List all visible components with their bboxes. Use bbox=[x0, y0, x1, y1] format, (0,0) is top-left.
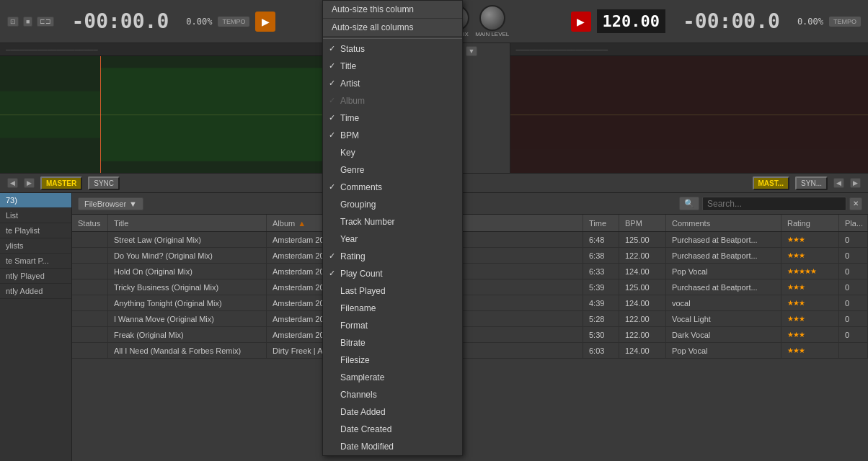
sidebar-item-smart[interactable]: te Smart P... bbox=[0, 254, 71, 269]
menu-item-last-played[interactable]: Last Played bbox=[323, 282, 462, 300]
cell-rating-3: ★★★ bbox=[781, 279, 839, 295]
menu-item-filesize[interactable]: Filesize bbox=[323, 352, 462, 369]
left-deck-icon[interactable]: ▶ bbox=[255, 12, 275, 32]
table-row[interactable]: Hold On (Original Mix) Amsterdam 2015 - … bbox=[72, 264, 868, 279]
table-body: Street Law (Original Mix) Amsterdam 2015… bbox=[72, 232, 868, 461]
cell-status-3 bbox=[72, 279, 108, 295]
left-waveform-time: ──────────────────── bbox=[6, 46, 98, 53]
right-tempo-label: TEMPO bbox=[833, 18, 856, 25]
record-btn[interactable]: ⊏⊐ bbox=[37, 17, 54, 27]
right-deck-icon[interactable]: ▶ bbox=[571, 12, 591, 32]
menu-item-date-modified[interactable]: Date Modified bbox=[323, 438, 462, 455]
col-title[interactable]: Title bbox=[108, 215, 267, 231]
left-prev-btn[interactable]: ◀ bbox=[7, 178, 18, 188]
table-row[interactable]: Freak (Original Mix) Amsterdam 2015 - Se… bbox=[72, 327, 868, 343]
menu-item-filename[interactable]: Filename bbox=[323, 300, 462, 317]
col-play[interactable]: Pla... bbox=[839, 215, 868, 231]
sidebar-item-playlists[interactable]: ylists bbox=[0, 238, 71, 254]
sidebar-item-73[interactable]: 73) bbox=[0, 193, 71, 208]
sync-btn[interactable]: SYNC bbox=[88, 176, 120, 190]
menu-item-auto-size-column[interactable]: Auto-size this column bbox=[323, 1, 462, 19]
cell-status-5 bbox=[72, 311, 108, 326]
main-level-knob[interactable] bbox=[479, 5, 505, 31]
right-prev-btn[interactable]: ◀ bbox=[833, 178, 844, 188]
col-comments[interactable]: Comments bbox=[666, 215, 781, 231]
col-album-sort-icon: ▲ bbox=[298, 219, 306, 228]
table-row[interactable]: Tricky Business (Original Mix) Amsterdam… bbox=[72, 279, 868, 295]
menu-item-genre[interactable]: Genre bbox=[323, 161, 462, 179]
right-tempo-btn[interactable]: TEMPO bbox=[829, 17, 861, 27]
left-next-btn[interactable]: ▶ bbox=[24, 178, 35, 188]
left-tempo-btn[interactable]: TEMPO bbox=[218, 17, 249, 27]
cell-comments-3: Purchased at Beatport... bbox=[666, 279, 781, 295]
context-menu: Auto-size this column Auto-size all colu… bbox=[322, 0, 463, 456]
cell-comments-6: Dark Vocal bbox=[666, 327, 781, 342]
right-next-btn[interactable]: ▶ bbox=[850, 178, 861, 188]
menu-item-channels[interactable]: Channels bbox=[323, 386, 462, 403]
sidebar-item-create-playlist[interactable]: te Playlist bbox=[0, 223, 71, 238]
menu-item-time[interactable]: Time bbox=[323, 109, 462, 127]
menu-item-track-number[interactable]: Track Number bbox=[323, 213, 462, 230]
menu-item-samplerate[interactable]: Samplerate bbox=[323, 369, 462, 386]
table-row[interactable]: Do You Mind? (Original Mix) Amsterdam 20… bbox=[72, 248, 868, 264]
menu-item-play-count[interactable]: Play Count bbox=[323, 265, 462, 282]
col-time[interactable]: Time bbox=[583, 215, 619, 231]
cell-rating-6: ★★★ bbox=[781, 327, 839, 342]
cell-rating-2: ★★★★★ bbox=[781, 264, 839, 279]
stop-btn[interactable]: ■ bbox=[23, 17, 32, 27]
master-btn[interactable]: MASTER bbox=[40, 176, 82, 190]
menu-item-format[interactable]: Format bbox=[323, 317, 462, 334]
right-waveform[interactable]: ──────────────────── bbox=[510, 43, 869, 173]
cell-time-2: 6:33 bbox=[583, 264, 619, 279]
cell-bpm-2: 124.00 bbox=[619, 264, 666, 279]
menu-item-title[interactable]: Title bbox=[323, 58, 462, 75]
search-bar[interactable] bbox=[702, 197, 846, 211]
menu-item-year[interactable]: Year bbox=[323, 230, 462, 248]
table-row[interactable]: I Wanna Move (Original Mix) Amsterdam 20… bbox=[72, 311, 868, 327]
menu-item-auto-size-all[interactable]: Auto-size all columns bbox=[323, 19, 462, 37]
cell-title-6: Freak (Original Mix) bbox=[108, 327, 267, 342]
sidebar-item-recently-played[interactable]: ntly Played bbox=[0, 269, 71, 284]
search-input[interactable] bbox=[707, 199, 841, 209]
left-waveform[interactable]: ──────────────────── bbox=[0, 43, 359, 173]
cell-time-7: 6:03 bbox=[583, 343, 619, 358]
file-browser-btn[interactable]: FileBrowser ▼ bbox=[78, 197, 143, 210]
right-sync-btn[interactable]: SYN... bbox=[795, 176, 828, 190]
cell-title-5: I Wanna Move (Original Mix) bbox=[108, 311, 267, 326]
table-row[interactable]: All I Need (Mandal & Forbes Remix) Dirty… bbox=[72, 343, 868, 359]
search-icon: 🔍 bbox=[684, 199, 694, 208]
left-waveform-main[interactable] bbox=[0, 56, 358, 173]
menu-item-status[interactable]: Status bbox=[323, 40, 462, 58]
expand-btn[interactable]: ⊡ bbox=[7, 17, 19, 27]
col-bpm[interactable]: BPM bbox=[619, 215, 666, 231]
col-rating[interactable]: Rating bbox=[781, 215, 839, 231]
sidebar-item-recently-added[interactable]: ntly Added bbox=[0, 284, 71, 299]
right-master-btn[interactable]: MAST... bbox=[753, 176, 790, 190]
left-tempo-label: TEMPO bbox=[222, 18, 245, 25]
cell-time-3: 5:39 bbox=[583, 279, 619, 295]
cell-rating-4: ★★★ bbox=[781, 295, 839, 310]
menu-item-grouping[interactable]: Grouping bbox=[323, 196, 462, 213]
cell-title-3: Tricky Business (Original Mix) bbox=[108, 279, 267, 295]
sidebar-item-list[interactable]: List bbox=[0, 208, 71, 223]
menu-item-comments[interactable]: Comments bbox=[323, 179, 462, 196]
col-status[interactable]: Status bbox=[72, 215, 108, 231]
close-search-btn[interactable]: ✕ bbox=[849, 197, 862, 210]
search-btn[interactable]: 🔍 bbox=[679, 197, 699, 210]
menu-item-bpm[interactable]: BPM bbox=[323, 127, 462, 144]
menu-item-date-added[interactable]: Date Added bbox=[323, 403, 462, 421]
menu-item-key[interactable]: Key bbox=[323, 144, 462, 161]
cell-bpm-7: 124.00 bbox=[619, 343, 666, 358]
menu-item-bitrate[interactable]: Bitrate bbox=[323, 334, 462, 352]
right-percent: 0.00% bbox=[797, 17, 823, 27]
menu-item-rating[interactable]: Rating bbox=[323, 248, 462, 265]
right-waveform-main[interactable] bbox=[510, 56, 869, 173]
loop-dropdown[interactable]: ▼ bbox=[466, 46, 478, 56]
menu-item-artist[interactable]: Artist bbox=[323, 75, 462, 92]
table-row[interactable]: Street Law (Original Mix) Amsterdam 2015… bbox=[72, 232, 868, 248]
cell-play-5: 0 bbox=[839, 311, 868, 326]
menu-item-album[interactable]: ✓ Album bbox=[323, 92, 462, 109]
menu-separator-1 bbox=[323, 38, 462, 39]
table-row[interactable]: Anything Tonight (Original Mix) Amsterda… bbox=[72, 295, 868, 311]
menu-item-date-created[interactable]: Date Created bbox=[323, 421, 462, 438]
